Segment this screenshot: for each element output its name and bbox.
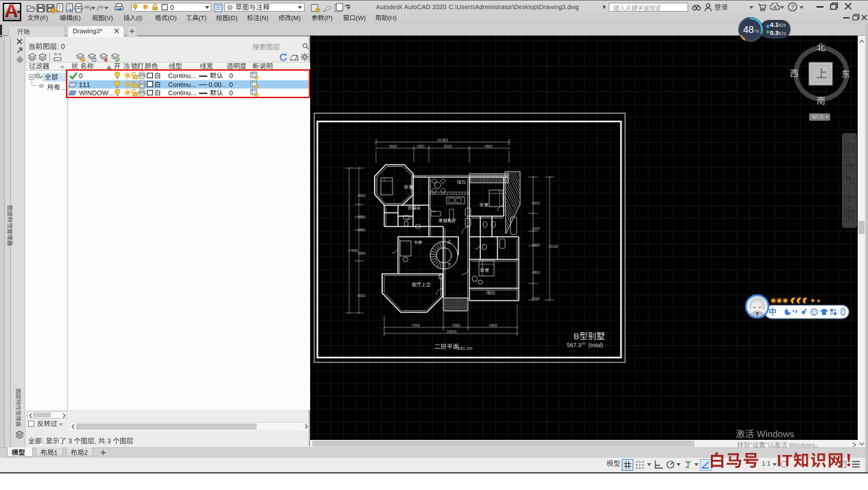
svg-text:48: 48 bbox=[743, 24, 754, 35]
svg-text:%: % bbox=[755, 29, 759, 34]
